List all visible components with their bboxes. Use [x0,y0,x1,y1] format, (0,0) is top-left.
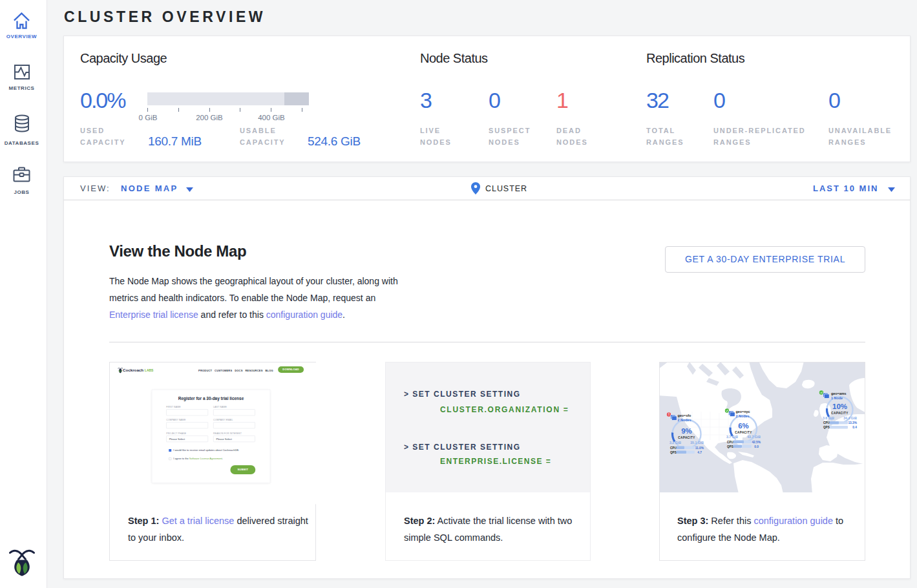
svg-text:QPS: QPS [823,426,830,429]
svg-text:6%: 6% [738,422,749,430]
svg-text:43.7 GiB: 43.7 GiB [747,435,761,439]
svg-text:2 Nodes: 2 Nodes [736,414,750,418]
svg-text:CPU: CPU [823,421,830,425]
svg-text:CPU: CPU [670,446,677,450]
svg-text:42.5%: 42.5% [752,441,761,444]
svg-text:CAPACITY: CAPACITY [678,436,695,439]
svg-text:35.1 GiB: 35.1 GiB [690,441,704,445]
svg-text:0.4: 0.4 [852,426,857,429]
svg-text:2 Nodes: 2 Nodes [678,418,691,422]
svg-text:CAPACITY: CAPACITY [831,412,848,415]
svg-text:10%: 10% [832,403,847,410]
svg-text:11.0%: 11.0% [695,446,704,450]
svg-text:QPS: QPS [727,445,733,448]
svg-text:1 Node: 1 Node [831,396,843,400]
svg-text:QPS: QPS [670,451,677,454]
svg-text:9%: 9% [681,427,692,435]
svg-text:geo=ams: geo=ams [831,392,847,395]
svg-text:4.7: 4.7 [697,451,702,454]
svg-text:geo=sfo: geo=sfo [678,414,692,417]
svg-text:34.4 GiB: 34.4 GiB [843,416,857,420]
svg-text:13.3%: 13.3% [848,421,857,425]
svg-text:CAPACITY: CAPACITY [735,431,752,434]
svg-text:3.6 GiB: 3.6 GiB [823,416,834,420]
svg-text:CPU: CPU [727,441,733,444]
svg-text:geo=nyc: geo=nyc [736,410,750,414]
svg-text:3.2 GiB: 3.2 GiB [669,441,681,445]
svg-text:0.0: 0.0 [754,445,759,448]
svg-text:3.7 GiB: 3.7 GiB [726,435,738,439]
